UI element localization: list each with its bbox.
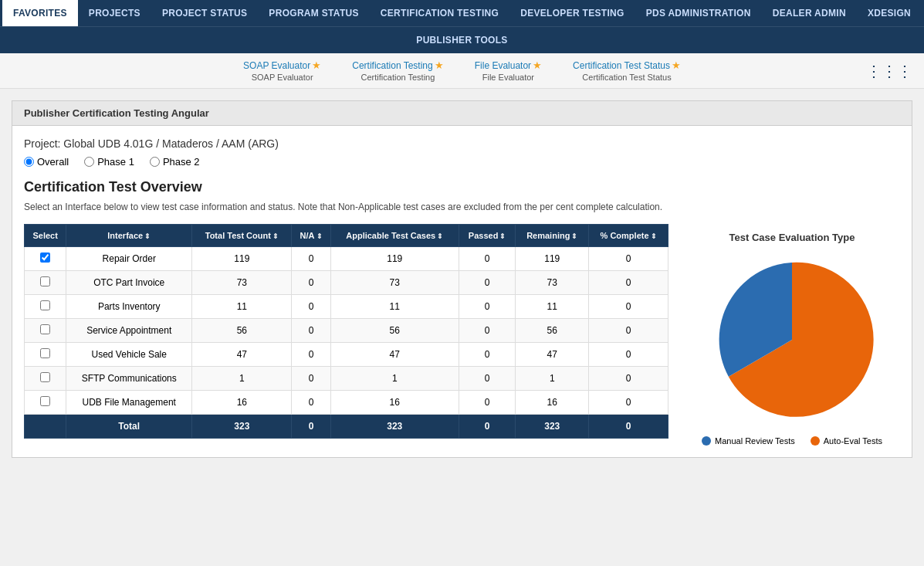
interface-name: UDB File Management [66, 391, 192, 415]
star-icon-0: ★ [312, 59, 321, 71]
interface-name: Parts Inventory [66, 295, 192, 319]
nav-item-pds-administration[interactable]: PDS ADMINISTRATION [635, 0, 762, 26]
table-row: UDB File Management160160160 [25, 391, 668, 415]
cell-value: 0 [459, 271, 516, 295]
cell-value: 11 [192, 295, 292, 319]
footer-cell: 0 [459, 415, 516, 439]
radio-overall[interactable]: Overall [24, 156, 69, 168]
cell-value: 119 [516, 247, 589, 271]
nav-item-developer-testing[interactable]: DEVELOPER TESTING [509, 0, 635, 26]
pie-chart [707, 255, 877, 425]
col-header-total-test-count[interactable]: Total Test Count⇕ [192, 225, 292, 247]
nav-item-project-status[interactable]: PROJECT STATUS [151, 0, 258, 26]
row-checkbox-3[interactable] [25, 319, 66, 343]
nav-item-dealer-admin[interactable]: DEALER ADMIN [762, 0, 857, 26]
sort-icon: ⇕ [499, 232, 506, 240]
cell-value: 0 [292, 343, 330, 367]
footer-cell: 323 [330, 415, 459, 439]
cell-value: 0 [292, 391, 330, 415]
nav-item-favorites[interactable]: FAVORITES [2, 0, 78, 26]
nav-item-projects[interactable]: PROJECTS [78, 0, 151, 26]
cell-value: 47 [192, 343, 292, 367]
col-header-remaining[interactable]: Remaining⇕ [516, 225, 589, 247]
overview-title: Certification Test Overview [24, 179, 900, 195]
cell-value: 0 [589, 247, 668, 271]
table-row: Service Appointment560560560 [25, 319, 668, 343]
cell-value: 0 [292, 271, 330, 295]
sort-icon: ⇕ [316, 232, 323, 240]
favorites-bar: SOAP Evaluator★SOAP EvaluatorCertificati… [0, 53, 924, 89]
col-header-n/a[interactable]: N/A⇕ [292, 225, 330, 247]
cell-value: 47 [330, 343, 459, 367]
col-header-interface[interactable]: Interface⇕ [66, 225, 192, 247]
footer-cell: 0 [292, 415, 330, 439]
sort-icon: ⇕ [272, 232, 279, 240]
cell-value: 47 [516, 343, 589, 367]
top-navigation: FAVORITESPROJECTSPROJECT STATUSPROGRAM S… [0, 0, 924, 53]
radio-phase-2[interactable]: Phase 2 [150, 156, 200, 168]
col-header-passed[interactable]: Passed⇕ [459, 225, 516, 247]
interface-name: Service Appointment [66, 319, 192, 343]
row-checkbox-4[interactable] [25, 343, 66, 367]
favorite-item-2[interactable]: File Evaluator★File Evaluator [475, 59, 542, 82]
favorite-link-3[interactable]: Certification Test Status★ [573, 59, 681, 71]
favorite-item-3[interactable]: Certification Test Status★Certification … [573, 59, 681, 82]
grid-icon[interactable]: ⋮⋮⋮ [866, 62, 912, 80]
favorite-link-2[interactable]: File Evaluator★ [475, 59, 542, 71]
favorite-link-1[interactable]: Certification Testing★ [352, 59, 444, 71]
row-checkbox-2[interactable] [25, 295, 66, 319]
chart-legend: Manual Review TestsAuto-Eval Tests [702, 436, 882, 446]
row-checkbox-1[interactable] [25, 271, 66, 295]
favorite-link-0[interactable]: SOAP Evaluator★ [243, 59, 321, 71]
cell-value: 0 [459, 367, 516, 391]
cell-value: 0 [292, 295, 330, 319]
project-title: Project: Global UDB 4.01G / Mataderos / … [24, 137, 900, 150]
table-row: OTC Part Invoice730730730 [25, 271, 668, 295]
radio-group: OverallPhase 1Phase 2 [24, 156, 900, 168]
nav-item-xdesign[interactable]: XDESIGN [857, 0, 922, 26]
legend-item: Auto-Eval Tests [811, 436, 882, 446]
sort-icon: ⇕ [144, 232, 151, 240]
cell-value: 0 [589, 343, 668, 367]
main-content: SelectInterface⇕Total Test Count⇕N/A⇕App… [24, 224, 900, 446]
star-icon-1: ★ [435, 59, 444, 71]
cell-value: 1 [192, 367, 292, 391]
cell-value: 1 [516, 367, 589, 391]
nav-item-publisher-tools[interactable]: PUBLISHER TOOLS [405, 27, 518, 53]
nav-item-program-status[interactable]: PROGRAM STATUS [258, 0, 369, 26]
nav-item-certification-testing[interactable]: CERTIFICATION TESTING [370, 0, 509, 26]
row-checkbox-6[interactable] [25, 391, 66, 415]
radio-phase-1[interactable]: Phase 1 [84, 156, 134, 168]
favorite-item-0[interactable]: SOAP Evaluator★SOAP Evaluator [243, 59, 321, 82]
col-header-applicable-test-cases[interactable]: Applicable Test Cases⇕ [330, 225, 459, 247]
star-icon-2: ★ [533, 59, 542, 71]
cell-value: 16 [516, 391, 589, 415]
footer-empty [25, 415, 66, 439]
col-header-select: Select [25, 225, 66, 247]
cell-value: 0 [589, 295, 668, 319]
legend-item: Manual Review Tests [702, 436, 795, 446]
table-row: Used Vehicle Sale470470470 [25, 343, 668, 367]
interface-name: OTC Part Invoice [66, 271, 192, 295]
cell-value: 73 [516, 271, 589, 295]
table-footer: Total323032303230 [25, 415, 668, 439]
legend-label: Manual Review Tests [715, 436, 795, 446]
cell-value: 73 [330, 271, 459, 295]
col-header-%-complete[interactable]: % Complete⇕ [589, 225, 668, 247]
cell-value: 11 [516, 295, 589, 319]
cell-value: 56 [330, 319, 459, 343]
row-checkbox-0[interactable] [25, 247, 66, 271]
table-row: Parts Inventory110110110 [25, 295, 668, 319]
legend-dot [811, 436, 820, 446]
table-header: SelectInterface⇕Total Test Count⇕N/A⇕App… [25, 225, 668, 247]
main-section: Publisher Certification Testing Angular … [12, 100, 912, 458]
star-icon-3: ★ [672, 59, 681, 71]
table-body: Repair Order119011901190OTC Part Invoice… [25, 247, 668, 415]
cell-value: 0 [459, 247, 516, 271]
cell-value: 119 [330, 247, 459, 271]
sort-icon: ⇕ [651, 232, 657, 240]
favorite-label-0: SOAP Evaluator [252, 73, 313, 82]
favorite-item-1[interactable]: Certification Testing★Certification Test… [352, 59, 444, 82]
row-checkbox-5[interactable] [25, 367, 66, 391]
cell-value: 0 [589, 367, 668, 391]
